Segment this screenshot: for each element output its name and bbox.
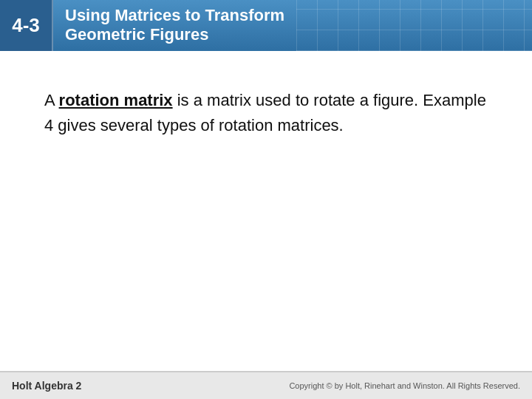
header-title-block: Using Matrices to Transform Geometric Fi… bbox=[53, 0, 296, 51]
header-title-line1: Using Matrices to Transform bbox=[65, 6, 284, 25]
term-rotation-matrix: rotation matrix bbox=[59, 91, 173, 109]
main-content: A rotation matrix is a matrix used to ro… bbox=[0, 51, 532, 371]
paragraph-prefix: A bbox=[44, 91, 59, 109]
content-paragraph: A rotation matrix is a matrix used to ro… bbox=[44, 88, 488, 138]
footer: Holt Algebra 2 Copyright © by Holt, Rine… bbox=[0, 371, 532, 399]
header-title-line2: Geometric Figures bbox=[65, 25, 284, 44]
badge-text: 4-3 bbox=[12, 14, 40, 37]
footer-copyright: Copyright © by Holt, Rinehart and Winsto… bbox=[289, 381, 520, 390]
header-grid-decoration bbox=[296, 0, 532, 51]
lesson-badge: 4-3 bbox=[0, 0, 53, 51]
header: 4-3 Using Matrices to Transform Geometri… bbox=[0, 0, 532, 51]
footer-brand: Holt Algebra 2 bbox=[12, 380, 81, 392]
